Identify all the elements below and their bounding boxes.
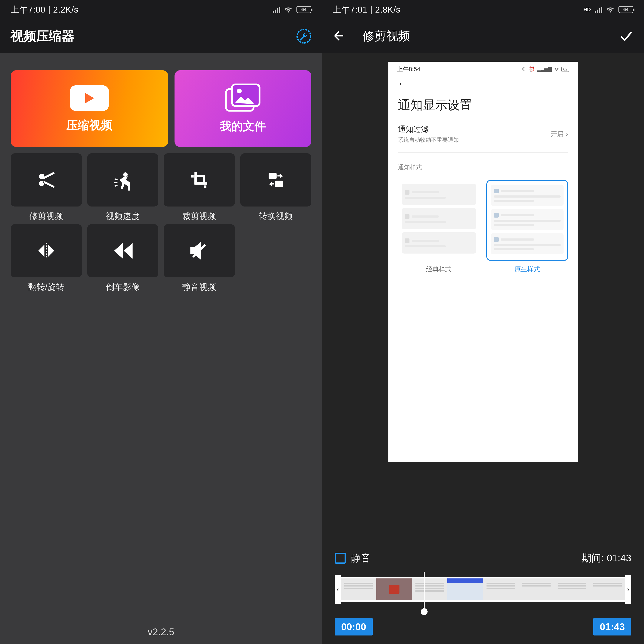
wifi-small-icon xyxy=(554,66,559,72)
mute-checkbox-label: 静音 xyxy=(351,552,371,565)
my-files-card[interactable]: 我的文件 xyxy=(175,70,311,147)
video-icon xyxy=(69,84,110,112)
preview-row-title: 通知过滤 xyxy=(398,124,459,134)
preview-section-label: 通知样式 xyxy=(388,163,578,180)
mute-video-tile[interactable]: 静音视频 xyxy=(164,224,235,293)
preview-status-icons: ☾ ⏰ ▂▃▅▇ 82 xyxy=(522,66,569,72)
compress-label: 压缩视频 xyxy=(66,117,112,133)
mute-icon xyxy=(189,240,210,261)
svg-point-5 xyxy=(123,172,128,177)
appbar: 修剪视频 xyxy=(322,19,644,53)
preview-row-sub: 系统自动收纳不重要通知 xyxy=(398,136,459,144)
reverse-label: 倒车影像 xyxy=(106,281,140,293)
speed-label: 视频速度 xyxy=(106,210,140,222)
chevron-right-icon: › xyxy=(566,130,568,137)
svg-rect-7 xyxy=(269,173,277,179)
speed-icon xyxy=(112,169,133,190)
gallery-icon xyxy=(225,83,261,113)
start-time-chip[interactable]: 00:00 xyxy=(335,618,373,635)
handle-left[interactable]: ‹ xyxy=(335,575,341,604)
crop-label: 裁剪视频 xyxy=(182,210,216,222)
status-time: 上午7:01 | 2.8K/s xyxy=(333,4,401,16)
flip-label: 翻转/旋转 xyxy=(28,281,64,293)
crop-icon xyxy=(190,170,209,189)
svg-point-4 xyxy=(237,89,242,93)
app-title: 视频压缩器 xyxy=(11,28,74,45)
appbar: 视频压缩器 xyxy=(0,19,322,53)
moon-icon: ☾ xyxy=(522,66,526,72)
status-bar: 上午7:01 | 2.8K/s HD 64 xyxy=(322,0,644,19)
status-indicators: HD 64 xyxy=(583,4,633,15)
video-speed-tile[interactable]: 视频速度 xyxy=(87,153,159,222)
version-label: v2.2.5 xyxy=(0,626,322,638)
mute-checkbox[interactable] xyxy=(335,553,346,564)
style-native: 原生样式 xyxy=(486,180,568,274)
svg-rect-8 xyxy=(275,181,283,187)
trim-label: 修剪视频 xyxy=(29,210,63,222)
signal-icon xyxy=(595,6,602,13)
confirm-button[interactable] xyxy=(618,28,633,44)
alarm-icon: ⏰ xyxy=(529,66,535,72)
style-classic-label: 经典样式 xyxy=(426,265,452,274)
wifi-icon xyxy=(284,4,293,15)
battery-icon: 64 xyxy=(618,6,633,13)
video-preview: 上午8:54 ☾ ⏰ ▂▃▅▇ 82 ← 通知显示设置 通知过滤 系统自动收纳不… xyxy=(322,53,644,471)
handle-right[interactable]: › xyxy=(625,575,631,604)
end-time-chip[interactable]: 01:43 xyxy=(593,618,631,635)
duration-label: 期间: 01:43 xyxy=(582,552,631,565)
wifi-icon xyxy=(606,4,615,15)
preview-title: 通知显示设置 xyxy=(388,90,578,122)
main-grid: 压缩视频 我的文件 修剪视频 视频速度 xyxy=(0,53,322,293)
style-native-label: 原生样式 xyxy=(514,265,540,274)
convert-label: 转换视频 xyxy=(259,210,293,222)
preview-screen: 上午8:54 ☾ ⏰ ▂▃▅▇ 82 ← 通知显示设置 通知过滤 系统自动收纳不… xyxy=(388,62,578,462)
trim-timeline[interactable]: ‹ › xyxy=(335,573,631,605)
preview-row-value: 开启 xyxy=(551,130,564,138)
preview-time: 上午8:54 xyxy=(397,65,421,73)
compress-video-card[interactable]: 压缩视频 xyxy=(11,70,168,147)
preview-divider xyxy=(398,152,568,153)
signal-icon xyxy=(273,6,280,13)
settings-icon[interactable] xyxy=(296,29,311,44)
flip-icon xyxy=(36,240,57,261)
status-indicators: 64 xyxy=(273,4,311,15)
preview-battery: 82 xyxy=(561,67,569,72)
trim-controls: 静音 期间: 01:43 ‹ › 00: xyxy=(322,552,644,644)
flip-rotate-tile[interactable]: 翻转/旋转 xyxy=(11,224,82,293)
status-time: 上午7:00 | 2.2K/s xyxy=(11,4,79,16)
page-title: 修剪视频 xyxy=(354,28,610,44)
crop-video-tile[interactable]: 裁剪视频 xyxy=(164,153,235,222)
status-bar: 上午7:00 | 2.2K/s 64 xyxy=(0,0,322,19)
playhead[interactable] xyxy=(424,572,425,611)
convert-video-tile[interactable]: 转换视频 xyxy=(240,153,312,222)
rewind-icon xyxy=(111,239,135,262)
files-label: 我的文件 xyxy=(220,119,266,134)
preview-status-bar: 上午8:54 ☾ ⏰ ▂▃▅▇ 82 xyxy=(388,62,578,77)
signal-small-icon: ▂▃▅▇ xyxy=(537,66,552,72)
hd-icon: HD xyxy=(583,7,591,12)
style-classic: 经典样式 xyxy=(398,180,480,274)
convert-icon xyxy=(266,170,285,189)
preview-filter-row: 通知过滤 系统自动收纳不重要通知 开启 › xyxy=(388,122,578,152)
trim-video-tile[interactable]: 修剪视频 xyxy=(11,153,82,222)
timeline-thumbnails[interactable] xyxy=(341,577,625,602)
scissors-icon xyxy=(36,169,57,190)
preview-back-icon: ← xyxy=(388,77,578,90)
phone-right: 上午7:01 | 2.8K/s HD 64 修剪视频 上午8:54 ☾ ⏰ xyxy=(322,0,644,644)
mute-label: 静音视频 xyxy=(182,281,216,293)
reverse-video-tile[interactable]: 倒车影像 xyxy=(87,224,159,293)
phone-left: 上午7:00 | 2.2K/s 64 视频压缩器 压缩视频 xyxy=(0,0,322,644)
back-button[interactable] xyxy=(333,29,345,43)
battery-icon: 64 xyxy=(296,6,311,13)
